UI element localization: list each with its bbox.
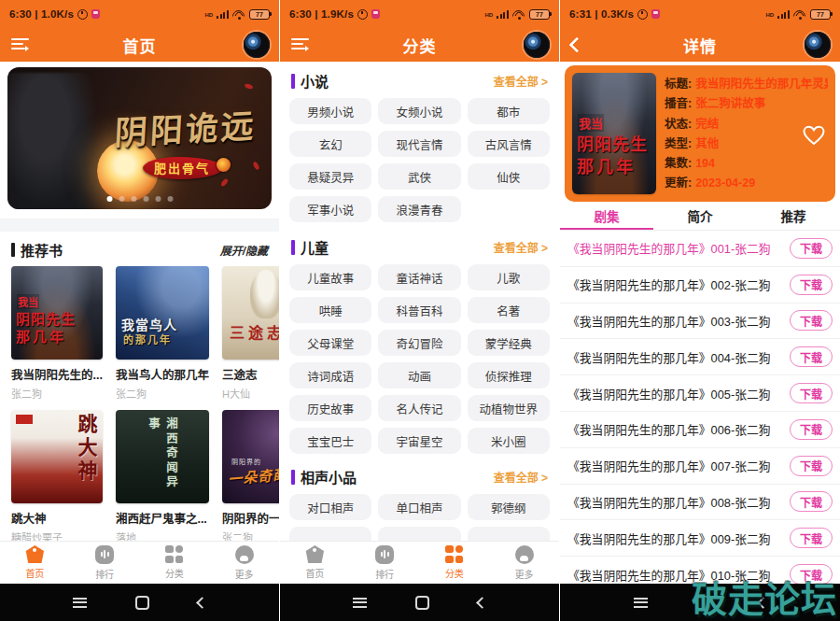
chip[interactable]: 宝宝巴士 bbox=[289, 428, 371, 454]
chip[interactable]: 诗词成语 bbox=[289, 362, 371, 388]
tab-intro[interactable]: 简介 bbox=[653, 206, 747, 225]
chip[interactable]: 都市 bbox=[468, 98, 550, 124]
book-card[interactable]: 湘西奇闻异事 湘西赶尸鬼事之... 落地 bbox=[116, 410, 209, 544]
android-home-icon[interactable] bbox=[415, 596, 429, 610]
nav-home[interactable]: 首页 bbox=[0, 542, 70, 584]
android-back-icon[interactable] bbox=[476, 597, 488, 609]
download-button[interactable]: 下载 bbox=[790, 491, 833, 512]
chip[interactable]: 武侠 bbox=[378, 163, 460, 190]
chip[interactable]: 蒙学经典 bbox=[468, 330, 550, 356]
info-value-anchor: 张二狗讲故事 bbox=[695, 94, 765, 114]
android-back-icon[interactable] bbox=[196, 597, 208, 609]
view-all-link[interactable]: 查看全部 > bbox=[494, 73, 548, 89]
cover-text: 那几年 bbox=[16, 326, 66, 346]
chip[interactable]: 郭德纲 bbox=[468, 494, 550, 520]
view-all-link[interactable]: 查看全部 > bbox=[494, 469, 548, 485]
book-card[interactable]: 跳大神 跳大神 糖醋炒栗子 bbox=[11, 410, 103, 544]
section-title: 相声小品 bbox=[301, 467, 357, 487]
chip[interactable]: 浪漫青春 bbox=[378, 196, 460, 222]
nav-home[interactable]: 首页 bbox=[280, 542, 350, 584]
book-card[interactable]: 阴阳界的 一朵奇葩 阴阳界的一朵奇葩 张二狗 bbox=[222, 410, 280, 544]
chip-grid: 男频小说 女频小说 都市 玄幻 现代言情 古风言情 悬疑灵异 武侠 仙侠 军事小… bbox=[287, 96, 552, 222]
chip[interactable]: 侦探推理 bbox=[468, 362, 550, 388]
episode-row[interactable]: 《我当阴阳先生的那几年》009-张二狗 下载 bbox=[560, 520, 840, 557]
download-button[interactable]: 下载 bbox=[790, 419, 833, 440]
episode-row[interactable]: 《我当阴阳先生的那几年》002-张二狗 下载 bbox=[560, 267, 840, 303]
book-card[interactable]: 我當鸟人 的那几年 我当鸟人的那几年 张二狗 bbox=[116, 266, 209, 401]
chip[interactable]: 父母课堂 bbox=[289, 330, 371, 356]
download-button[interactable]: 下载 bbox=[790, 456, 833, 476]
carousel-dots[interactable] bbox=[106, 196, 173, 202]
banner-calligraphy-text: 阴阳诡远 bbox=[106, 98, 265, 154]
vinyl-player-icon[interactable] bbox=[524, 32, 550, 58]
chip[interactable]: 军事小说 bbox=[289, 196, 371, 222]
banner-seal-icon bbox=[217, 158, 231, 172]
chip[interactable]: 古风言情 bbox=[468, 131, 550, 157]
episode-row[interactable]: 《我当阴阳先生的那几年》006-张二狗 下载 bbox=[560, 412, 840, 448]
episode-row[interactable]: 《我当阴阳先生的那几年》007-张二狗 下载 bbox=[560, 448, 840, 485]
download-button[interactable]: 下载 bbox=[790, 383, 833, 403]
chip[interactable]: 名人传记 bbox=[378, 395, 460, 421]
info-value-updated: 2023-04-29 bbox=[695, 174, 755, 193]
episode-title: 《我当阴阳先生的那几年》005-张二狗 bbox=[567, 385, 784, 402]
chip[interactable]: 女频小说 bbox=[378, 98, 460, 124]
chip[interactable]: 单口相声 bbox=[378, 494, 460, 520]
recents-icon[interactable] bbox=[634, 598, 648, 608]
book-card[interactable]: 三途志 三途志 H大仙 bbox=[222, 266, 280, 401]
menu-icon[interactable] bbox=[291, 38, 310, 51]
chip[interactable]: 哄睡 bbox=[289, 297, 371, 323]
vinyl-player-icon[interactable] bbox=[805, 32, 831, 58]
menu-icon[interactable] bbox=[11, 38, 30, 51]
chip[interactable]: 动植物世界 bbox=[468, 395, 550, 421]
book-card[interactable]: 我当 阴阳先生 那几年 我当阴阳先生的... 张二狗 bbox=[11, 266, 103, 401]
episode-row[interactable]: 《我当阴阳先生的那几年》003-张二狗 下载 bbox=[560, 303, 840, 340]
download-button[interactable]: 下载 bbox=[790, 528, 833, 548]
recents-icon[interactable] bbox=[73, 598, 87, 608]
chip[interactable]: 玄幻 bbox=[289, 131, 371, 157]
chip[interactable]: 宇宙星空 bbox=[378, 428, 460, 454]
info-value-type: 其他 bbox=[695, 134, 719, 154]
chip[interactable]: 童话神话 bbox=[378, 264, 460, 290]
chip[interactable]: 对口相声 bbox=[289, 494, 371, 520]
download-button[interactable]: 下载 bbox=[790, 238, 833, 259]
section-divider bbox=[0, 219, 279, 232]
chip[interactable]: 米小圈 bbox=[468, 428, 550, 454]
nav-more[interactable]: 更多 bbox=[209, 542, 279, 584]
chip[interactable]: 名著 bbox=[468, 297, 550, 323]
signal-icon bbox=[497, 9, 509, 19]
download-button[interactable]: 下载 bbox=[790, 346, 833, 367]
nav-rank[interactable]: 排行 bbox=[70, 542, 140, 584]
recents-icon[interactable] bbox=[353, 598, 367, 608]
episode-row[interactable]: 《我当阴阳先生的那几年》005-张二狗 下载 bbox=[560, 375, 840, 412]
download-button[interactable]: 下载 bbox=[790, 275, 833, 295]
favorite-heart-icon[interactable] bbox=[803, 125, 825, 149]
download-button[interactable]: 下载 bbox=[790, 310, 833, 331]
view-all-link[interactable]: 查看全部 > bbox=[494, 239, 548, 255]
book-title: 阴阳界的一朵奇葩 bbox=[222, 509, 280, 527]
episode-row[interactable]: 《我当阴阳先生的那几年》001-张二狗 下载 bbox=[560, 231, 840, 267]
chip[interactable]: 科普百科 bbox=[378, 297, 460, 323]
nav-category[interactable]: 分类 bbox=[420, 542, 490, 584]
chip[interactable]: 奇幻冒险 bbox=[378, 330, 460, 356]
carousel-banner[interactable]: 阴阳诡远 肥出骨气 bbox=[7, 67, 272, 209]
chip[interactable]: 动画 bbox=[378, 362, 460, 388]
episode-row[interactable]: 《我当阴阳先生的那几年》004-张二狗 下载 bbox=[560, 339, 840, 375]
tab-episodes[interactable]: 剧集 bbox=[560, 206, 653, 225]
episode-title: 《我当阴阳先生的那几年》008-张二狗 bbox=[567, 493, 784, 511]
chip[interactable]: 现代言情 bbox=[378, 131, 460, 157]
chip[interactable]: 历史故事 bbox=[289, 395, 371, 421]
vinyl-player-icon[interactable] bbox=[244, 32, 270, 58]
nav-category[interactable]: 分类 bbox=[140, 542, 210, 584]
chip[interactable]: 仙侠 bbox=[468, 163, 550, 190]
nav-rank[interactable]: 排行 bbox=[350, 542, 420, 584]
chip[interactable]: 男频小说 bbox=[289, 98, 371, 124]
chip[interactable]: 儿歌 bbox=[468, 264, 550, 290]
chip[interactable]: 儿童故事 bbox=[289, 264, 371, 290]
episode-row[interactable]: 《我当阴阳先生的那几年》008-张二狗 下载 bbox=[560, 485, 840, 521]
android-home-icon[interactable] bbox=[135, 596, 149, 610]
nav-more[interactable]: 更多 bbox=[489, 542, 559, 584]
expand-collapse-toggle[interactable]: 展开/隐藏 bbox=[220, 242, 268, 258]
info-label: 类型: bbox=[665, 134, 692, 154]
chip[interactable]: 悬疑灵异 bbox=[289, 163, 371, 190]
tab-recommend[interactable]: 推荐 bbox=[747, 206, 840, 225]
